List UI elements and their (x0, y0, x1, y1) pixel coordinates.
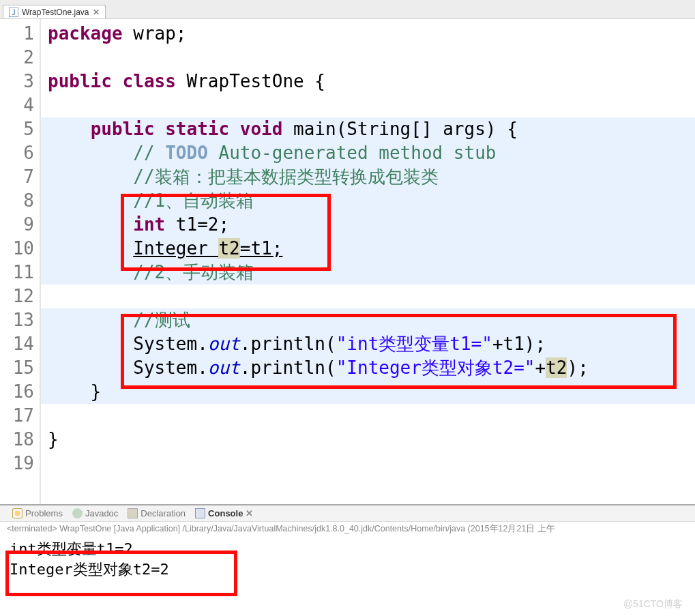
code-wrapper: 123 456 789 101112 131415 161718 19 pack… (0, 19, 695, 504)
console-icon (195, 508, 205, 518)
tab-console[interactable]: Console ✕ (195, 508, 253, 518)
code-editor[interactable]: package wrap; public class WrapTestOne {… (41, 19, 695, 504)
console-header: <terminated> WrapTestOne [Java Applicati… (0, 522, 695, 538)
tab-declaration[interactable]: Declaration (128, 508, 186, 518)
close-icon[interactable]: ✕ (93, 8, 100, 17)
java-file-icon: J (9, 8, 18, 17)
panel-tab-bar: Problems Javadoc Declaration Console ✕ (0, 505, 695, 522)
tab-filename: WrapTestOne.java (22, 8, 89, 17)
javadoc-icon (72, 508, 83, 518)
tab-problems[interactable]: Problems (12, 508, 63, 518)
close-icon[interactable]: ✕ (246, 508, 253, 518)
editor-area: J WrapTestOne.java ✕ 123 456 789 101112 … (0, 0, 695, 505)
console-output[interactable]: int类型变量t1=2 Integer类型对象t2=2 (0, 538, 695, 585)
console-line: Integer类型对象t2=2 (10, 559, 688, 580)
editor-tab-bar: J WrapTestOne.java ✕ (0, 0, 695, 19)
editor-tab[interactable]: J WrapTestOne.java ✕ (3, 5, 106, 18)
console-line: int类型变量t1=2 (10, 539, 688, 559)
watermark: @51CTO博客 (623, 598, 683, 611)
bottom-panel: Problems Javadoc Declaration Console ✕ <… (0, 505, 695, 585)
problems-icon (12, 508, 23, 518)
tab-javadoc[interactable]: Javadoc (72, 508, 118, 518)
line-number-gutter: 123 456 789 101112 131415 161718 19 (0, 19, 41, 504)
declaration-icon (128, 508, 138, 518)
